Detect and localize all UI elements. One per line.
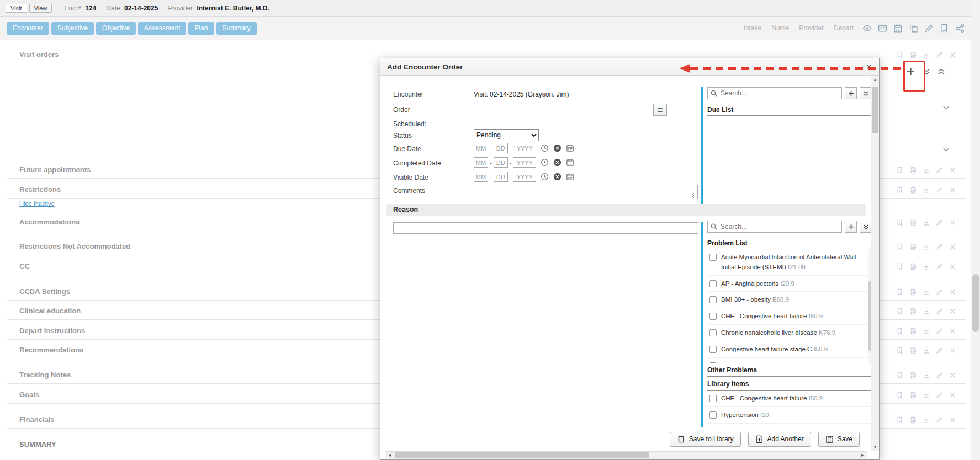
download-icon[interactable] [923, 372, 930, 379]
calendar-icon[interactable] [566, 158, 574, 167]
clock-icon[interactable] [541, 173, 549, 181]
bookmark-icon[interactable] [896, 416, 903, 424]
status-select[interactable]: Pending [474, 129, 539, 141]
x-icon[interactable] [949, 416, 956, 424]
checkbox[interactable] [709, 329, 717, 336]
download-icon[interactable] [923, 243, 930, 250]
download-icon[interactable] [923, 416, 930, 424]
x-icon[interactable] [949, 347, 956, 354]
pencil-icon[interactable] [936, 328, 943, 335]
bookmark-icon[interactable] [896, 263, 903, 270]
download-icon[interactable] [923, 328, 930, 335]
download-icon[interactable] [923, 392, 930, 399]
pencil-icon[interactable] [924, 24, 934, 33]
bookmark-icon[interactable] [896, 167, 903, 174]
problem-item[interactable]: AP - Angina pectoris I20.9 [707, 276, 872, 292]
resize-handle[interactable] [692, 193, 697, 198]
add-order-icon[interactable] [905, 66, 916, 77]
x-icon[interactable] [949, 186, 956, 194]
printer-icon[interactable] [909, 219, 917, 226]
tab-summary[interactable]: Summary [216, 22, 257, 35]
share-icon[interactable] [955, 24, 965, 33]
pencil-icon[interactable] [936, 372, 943, 379]
order-input[interactable] [474, 104, 649, 115]
problem-item[interactable]: Chronic nonalcoholic liver disease K76.9 [707, 325, 872, 341]
checkbox[interactable] [709, 346, 717, 353]
bookmark-icon[interactable] [896, 392, 903, 399]
due-date-field[interactable]: MM- DD- YYYY [474, 143, 574, 153]
printer-icon[interactable] [909, 167, 917, 174]
due-search-input[interactable] [707, 87, 842, 99]
problem-item[interactable]: Hypertension I10 [707, 407, 872, 424]
download-icon[interactable] [923, 308, 930, 315]
clear-date-icon[interactable] [553, 158, 561, 167]
x-icon[interactable] [949, 243, 956, 250]
problem-item[interactable]: CHF - Congestive heart failure I50.9 [707, 308, 872, 325]
eye-icon[interactable] [862, 24, 872, 33]
download-icon[interactable] [923, 288, 930, 296]
printer-icon[interactable] [909, 288, 917, 296]
printer-icon[interactable] [909, 186, 917, 194]
pencil-icon[interactable] [936, 308, 943, 315]
save-to-library-button[interactable]: Save to Library [670, 432, 741, 447]
tab-subjective[interactable]: Subjective [51, 22, 94, 35]
calendar-icon[interactable] [566, 144, 574, 152]
pencil-icon[interactable] [936, 392, 943, 399]
download-icon[interactable] [923, 219, 930, 226]
horizontal-scroll-thumb[interactable] [395, 452, 649, 458]
x-icon[interactable] [949, 263, 956, 270]
problem-item[interactable]: CHF - Congestive heart failure I50.9 [707, 391, 872, 407]
scroll-right-arrow[interactable]: ► [858, 453, 867, 458]
tab-assessment[interactable]: Assessment [138, 22, 186, 35]
download-icon[interactable] [923, 167, 930, 174]
pencil-icon[interactable] [936, 416, 943, 424]
page-scrollbar[interactable] [971, 0, 980, 460]
vertical-scroll-thumb[interactable] [872, 87, 878, 133]
calendar-icon[interactable] [566, 173, 574, 181]
problem-item[interactable]: Congestive heart failure stage C I50.9 [707, 341, 872, 358]
due-expand-button[interactable] [860, 87, 872, 99]
visible-date-field[interactable]: MM- DD- YYYY [474, 172, 574, 182]
printer-icon[interactable] [909, 308, 917, 315]
x-icon[interactable] [949, 219, 956, 226]
reason-add-button[interactable] [845, 221, 857, 233]
download-icon[interactable] [923, 347, 930, 354]
reason-input[interactable] [393, 222, 698, 234]
calendar-icon[interactable] [893, 24, 903, 33]
checkbox[interactable] [709, 362, 717, 363]
visit-tab[interactable]: Visit [6, 4, 27, 13]
bookmark-icon[interactable] [896, 51, 903, 58]
x-icon[interactable] [949, 288, 956, 296]
chevron-down-icon[interactable] [942, 104, 950, 112]
pencil-icon[interactable] [936, 219, 943, 226]
copy-icon[interactable] [909, 24, 918, 33]
tab-plan[interactable]: Plan [188, 22, 214, 35]
printer-icon[interactable] [909, 243, 917, 250]
x-icon[interactable] [949, 51, 956, 58]
page-scrollbar-thumb[interactable] [972, 274, 979, 332]
order-browse-button[interactable] [653, 104, 667, 116]
printer-icon[interactable] [909, 416, 917, 424]
pencil-icon[interactable] [936, 243, 943, 250]
due-add-button[interactable] [845, 87, 857, 99]
pencil-icon[interactable] [936, 288, 943, 296]
problem-item[interactable]: Acute Myocardial Infarction of Anterolat… [707, 249, 872, 276]
tab-objective[interactable]: Objective [96, 22, 136, 35]
x-icon[interactable] [949, 308, 956, 315]
pencil-icon[interactable] [936, 263, 943, 270]
modal-horizontal-scrollbar[interactable]: ◄ ► [385, 451, 867, 459]
x-icon[interactable] [949, 328, 956, 335]
add-another-button[interactable]: Add Another [748, 432, 811, 447]
download-icon[interactable] [923, 263, 930, 270]
pencil-icon[interactable] [936, 167, 943, 174]
printer-icon[interactable] [909, 51, 917, 58]
link-intake[interactable]: Intake [744, 24, 762, 32]
link-provider[interactable]: Provider [799, 24, 824, 32]
bookmark-icon[interactable] [896, 186, 903, 194]
download-icon[interactable] [923, 51, 930, 58]
printer-icon[interactable] [909, 328, 917, 335]
clock-icon[interactable] [541, 158, 549, 167]
modal-vertical-scrollbar[interactable]: ▲ ▼ [871, 76, 879, 451]
checkbox[interactable] [709, 254, 717, 261]
checkbox[interactable] [709, 280, 717, 287]
